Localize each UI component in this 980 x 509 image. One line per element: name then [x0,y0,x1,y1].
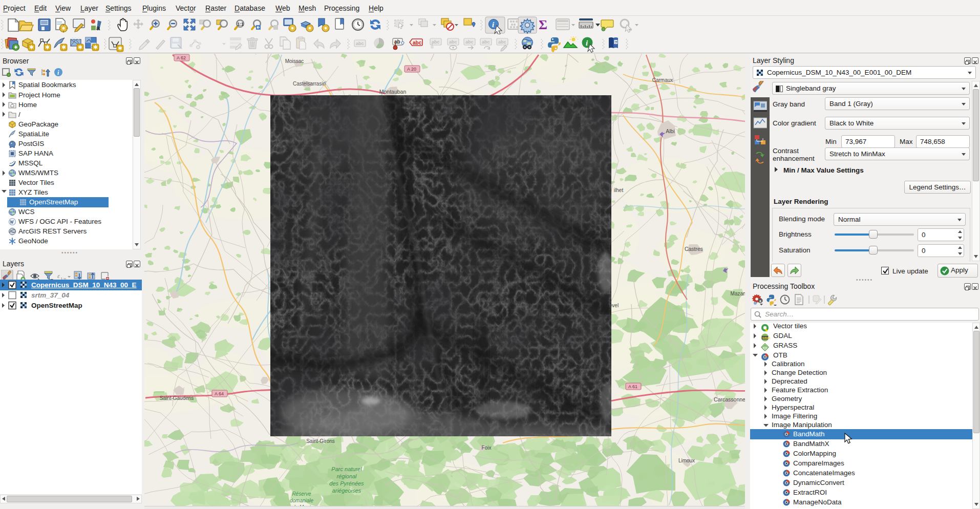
svg-text:domaniale: domaniale [290,498,314,503]
svg-text:Foix: Foix [482,445,492,451]
svg-text:Réserve: Réserve [292,491,311,497]
svg-text:Castelsarrasin: Castelsarrasin [293,81,326,87]
svg-text:ariégeoises: ariégeoises [332,487,361,494]
svg-text:Montauban: Montauban [379,89,407,95]
svg-text:evel: evel [609,303,619,308]
svg-text:Parc naturel: Parc naturel [331,466,362,472]
svg-text:des Pyrénées: des Pyrénées [329,480,364,486]
svg-text:Moissac: Moissac [285,58,304,64]
svg-text:Castres: Castres [685,246,703,252]
svg-text:régional: régional [336,473,357,479]
svg-text:Albi: Albi [666,128,675,134]
svg-text:abc: abc [413,40,422,46]
svg-text:A 61: A 61 [628,384,637,389]
svg-text:1:1: 1:1 [238,22,244,27]
svg-text:Limoux: Limoux [678,458,695,463]
svg-text:A 20: A 20 [407,67,416,72]
svg-text:Saint-Girons: Saint-Girons [306,438,335,444]
svg-text:Carmaux: Carmaux [652,77,673,83]
svg-text:?: ? [615,40,617,45]
svg-text:ilhet: ilhet [614,187,624,193]
svg-text:Σ: Σ [539,17,547,32]
svg-text:Carcassonne: Carcassonne [714,396,745,402]
svg-text:A 64: A 64 [215,391,224,396]
svg-text:Mazam: Mazam [731,291,745,296]
svg-text:A 62: A 62 [177,55,186,60]
svg-text:GDAL: GDAL [762,336,771,340]
svg-text:Saint-Gaudens: Saint-Gaudens [160,395,194,401]
svg-text:a: a [96,24,100,32]
